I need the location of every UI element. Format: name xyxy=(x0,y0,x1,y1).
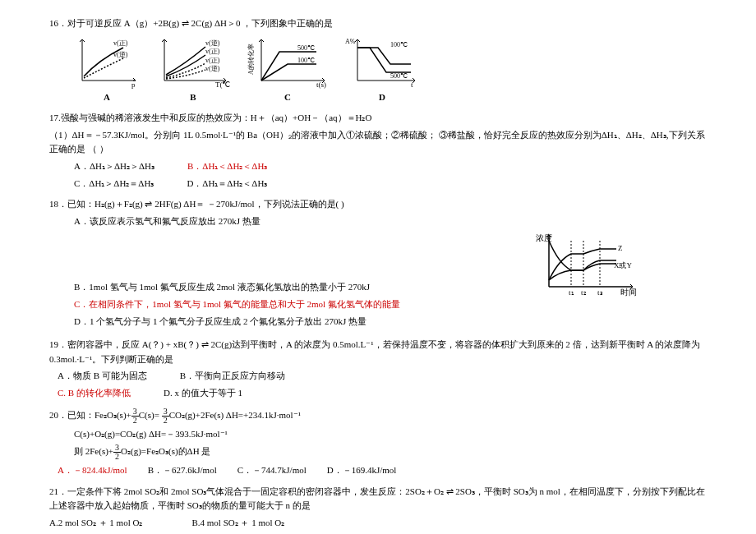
q20-opt-c: C．－744.7kJ/mol xyxy=(237,463,307,478)
q17-text: 17.强酸与强碱的稀溶液发生中和反应的热效应为：H＋（aq）+OH－（aq）＝H… xyxy=(49,111,707,126)
q18-opt-c: C．在相同条件下，1mol 氢气与 1mol 氟气的能量总和大于 2mol 氟化… xyxy=(74,297,707,312)
question-16: 16．对于可逆反应 A（g）+2B(g) ⇌ 2C(g) ΔH＞0 ，下列图象中… xyxy=(49,16,707,104)
question-17: 17.强酸与强碱的稀溶液发生中和反应的热效应为：H＋（aq）+OH－（aq）＝H… xyxy=(49,111,707,191)
svg-text:浓度: 浓度 xyxy=(536,233,552,242)
q20-line3b: O₂(g)=Fe₂O₃(s)的ΔH 是 xyxy=(121,446,210,456)
q20-opt-b: B．－627.6kJ/mol xyxy=(148,463,217,478)
svg-text:v(逆): v(逆) xyxy=(113,51,128,58)
svg-text:100℃: 100℃ xyxy=(390,41,408,48)
q20-line3a: 则 2Fe(s)+ xyxy=(74,446,113,456)
question-20: 20．已知：Fe₂O₃(s)+32C(s)= 32CO₂(g)+2Fe(s) Δ… xyxy=(49,407,707,478)
svg-text:t: t xyxy=(411,81,413,89)
q17-options-2: C．ΔH₁＞ΔH₂＝ΔH₃ D．ΔH₁＝ΔH₂＜ΔH₃ xyxy=(74,177,707,191)
q20-opt-a: A．－824.4kJ/mol xyxy=(58,463,127,478)
svg-text:p: p xyxy=(131,81,136,89)
q16-diagram-d: 100℃ 500℃ A% t D xyxy=(345,35,419,105)
question-18: 18．已知：H₂(g)＋F₂(g) ⇌ 2HF(g) ΔH＝ －270kJ/mo… xyxy=(49,197,707,331)
svg-text:500℃: 500℃ xyxy=(390,72,408,80)
graph-b-icon: v(逆) v(正) v(正) v(逆) T(℃) xyxy=(156,35,230,89)
svg-text:t₂: t₂ xyxy=(581,288,587,297)
q19-options-1: A．物质 B 可能为固态 B．平衡向正反应方向移动 xyxy=(58,369,707,384)
svg-text:T(℃): T(℃) xyxy=(215,81,230,89)
fraction-2: 32 xyxy=(162,407,169,425)
q21-text: 21．一定条件下将 2mol SO₂和 2mol SO₃气体混合于一固定容积的密… xyxy=(49,485,707,513)
q20-options: A．－824.4kJ/mol B．－627.6kJ/mol C．－744.7kJ… xyxy=(58,463,707,478)
svg-text:Z: Z xyxy=(618,244,623,252)
q21-options-1: A.2 mol SO₂ ＋ 1 mol O₂ B.4 mol SO₂ ＋ 1 m… xyxy=(49,516,707,531)
graph-a-icon: v(正) v(逆) p xyxy=(74,35,140,89)
svg-text:v(逆): v(逆) xyxy=(205,39,220,47)
diagram-label-d: D xyxy=(379,90,385,105)
q19-text: 19．密闭容器中，反应 A(？) + xB(？) ⇌ 2C(g)达到平衡时，A … xyxy=(49,338,707,366)
q20-opt-d: D．－169.4kJ/mol xyxy=(327,463,397,478)
question-19: 19．密闭容器中，反应 A(？) + xB(？) ⇌ 2C(g)达到平衡时，A … xyxy=(49,338,707,400)
svg-text:t(s): t(s) xyxy=(316,81,326,89)
svg-text:v(逆): v(逆) xyxy=(205,65,220,72)
svg-text:t₁: t₁ xyxy=(569,288,574,297)
q20-line2: C(s)+O₂(g)=CO₂(g) ΔH=－393.5kJ·mol⁻¹ xyxy=(74,427,707,442)
q16-text: 16．对于可逆反应 A（g）+2B(g) ⇌ 2C(g) ΔH＞0 ，下列图象中… xyxy=(49,16,707,31)
concentration-time-graph-icon: 浓度 时间 t₁ t₂ t₃ Z X或Y xyxy=(534,231,641,297)
q17-opt-c: C．ΔH₁＞ΔH₂＝ΔH₃ xyxy=(74,177,154,191)
q17-options-1: A．ΔH₁＞ΔH₂＞ΔH₃ B．ΔH₁＜ΔH₂＜ΔH₃ xyxy=(74,159,707,174)
q20-line3: 则 2Fe(s)+32O₂(g)=Fe₂O₃(s)的ΔH 是 xyxy=(74,444,707,461)
svg-text:X或Y: X或Y xyxy=(614,261,632,269)
q20-text-3: CO₂(g)+2Fe(s) ΔH=+234.1kJ·mol⁻¹ xyxy=(169,410,301,420)
q16-diagram-a: v(正) v(逆) p A xyxy=(74,35,140,105)
q17-opt-a: A．ΔH₁＞ΔH₂＞ΔH₃ xyxy=(74,159,154,174)
q19-options-2: C. B 的转化率降低 D. x 的值大于等于 1 xyxy=(58,386,707,401)
q20-text-2: C(s)= xyxy=(139,410,159,420)
q16-diagram-c: 500℃ 100℃ A的转化率 t(s) C xyxy=(247,35,329,105)
svg-text:v(正): v(正) xyxy=(113,39,128,47)
svg-text:t₃: t₃ xyxy=(597,288,603,297)
fraction-3: 32 xyxy=(113,444,121,461)
svg-text:v(正): v(正) xyxy=(205,57,220,64)
diagram-label-c: C xyxy=(284,90,291,105)
svg-text:A%: A% xyxy=(345,38,356,45)
svg-text:100℃: 100℃ xyxy=(297,57,315,64)
q19-opt-c: C. B 的转化率降低 xyxy=(58,386,131,401)
q20-line1: 20．已知：Fe₂O₃(s)+32C(s)= 32CO₂(g)+2Fe(s) Δ… xyxy=(49,407,707,425)
q20-text-1: 20．已知：Fe₂O₃(s)+ xyxy=(49,410,131,420)
q18-opt-a: A．该反应表示氢气和氟气反应放出 270kJ 热量 xyxy=(74,214,707,229)
svg-text:500℃: 500℃ xyxy=(297,44,315,52)
graph-d-icon: 100℃ 500℃ A% t xyxy=(345,35,419,89)
q21-opt-a: A.2 mol SO₂ ＋ 1 mol O₂ xyxy=(49,516,142,531)
q18-diagram: 浓度 时间 t₁ t₂ t₃ Z X或Y xyxy=(534,231,641,297)
question-21: 21．一定条件下将 2mol SO₂和 2mol SO₃气体混合于一固定容积的密… xyxy=(49,485,707,534)
svg-text:A的转化率: A的转化率 xyxy=(247,44,255,75)
q17-opt-b: B．ΔH₁＜ΔH₂＜ΔH₃ xyxy=(187,159,267,174)
q17-sub: （1）ΔH＝－57.3KJ/mol。分别向 1L 0.5mol·L⁻¹的 Ba（… xyxy=(49,128,707,157)
q19-opt-a: A．物质 B 可能为固态 xyxy=(58,369,147,384)
q18-text: 18．已知：H₂(g)＋F₂(g) ⇌ 2HF(g) ΔH＝ －270kJ/mo… xyxy=(49,197,707,212)
q21-opt-b: B.4 mol SO₂ ＋ 1 mol O₂ xyxy=(191,516,284,531)
fraction-1: 32 xyxy=(131,407,139,425)
q17-opt-d: D．ΔH₁＝ΔH₂＜ΔH₃ xyxy=(187,177,267,191)
q19-opt-d: D. x 的值大于等于 1 xyxy=(164,386,242,401)
diagram-label-a: A xyxy=(104,90,110,105)
q16-diagrams: v(正) v(逆) p A v(逆) v(正) v(正) v(逆) T(℃) xyxy=(74,35,707,105)
svg-text:时间: 时间 xyxy=(620,288,637,297)
q16-diagram-b: v(逆) v(正) v(正) v(逆) T(℃) B xyxy=(156,35,230,105)
graph-c-icon: 500℃ 100℃ A的转化率 t(s) xyxy=(247,35,329,89)
diagram-label-b: B xyxy=(190,90,196,105)
q18-opt-d: D．1 个氢气分子与 1 个氟气分子反应生成 2 个氟化氢分子放出 270kJ … xyxy=(74,315,707,329)
svg-text:v(正): v(正) xyxy=(205,48,220,55)
q19-opt-b: B．平衡向正反应方向移动 xyxy=(180,369,285,384)
